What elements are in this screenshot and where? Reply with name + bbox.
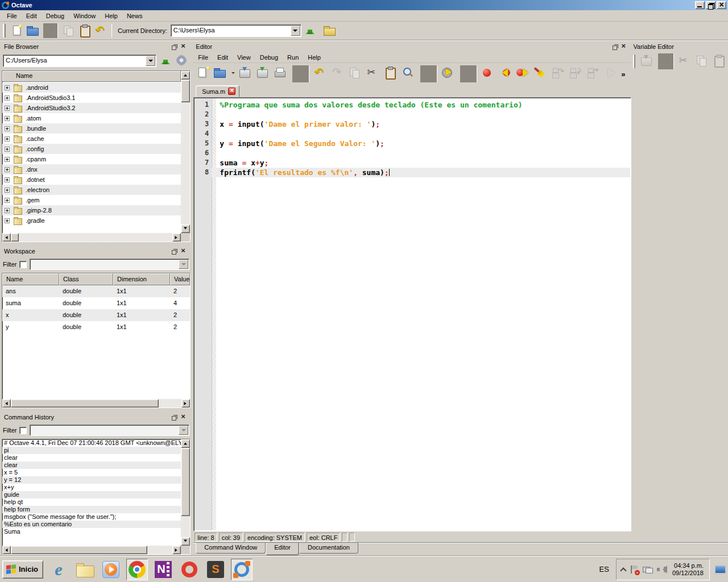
- menu-item[interactable]: Help: [100, 11, 122, 20]
- table-row[interactable]: ans double 1x1 2: [2, 285, 190, 297]
- tree-row[interactable]: .bundle: [2, 123, 181, 134]
- open-folder-icon[interactable]: [25, 23, 40, 38]
- toolbar-drag-handle[interactable]: [3, 24, 6, 38]
- redo-icon[interactable]: [330, 65, 347, 82]
- paste-icon[interactable]: [712, 53, 727, 69]
- tree-row[interactable]: .cache: [2, 134, 181, 144]
- combo-dropdown-icon[interactable]: [291, 26, 300, 36]
- octave-taskbar-icon[interactable]: [231, 559, 253, 580]
- code-editor[interactable]: 1%Programa que suma dos valores desde te…: [193, 97, 631, 531]
- close-icon[interactable]: [180, 43, 188, 51]
- history-vertical-scrollbar[interactable]: [181, 439, 190, 546]
- history-entry[interactable]: y = 12: [2, 476, 181, 484]
- code-line[interactable]: 8fprintf('El resultado es %f\n', suma);: [195, 168, 630, 177]
- continue-icon[interactable]: [603, 65, 621, 82]
- tree-row[interactable]: .cpanm: [2, 154, 181, 164]
- browse-directory-button[interactable]: [322, 23, 337, 38]
- history-entry[interactable]: clear: [2, 454, 181, 462]
- tree-row[interactable]: .gradle: [2, 215, 181, 226]
- file-explorer-icon[interactable]: [74, 559, 96, 580]
- restore-button[interactable]: [706, 1, 715, 9]
- code-line[interactable]: 2: [195, 110, 630, 119]
- history-entry[interactable]: clear: [2, 462, 181, 469]
- directory-up-button[interactable]: [303, 23, 317, 38]
- history-filter-combo[interactable]: [30, 425, 189, 436]
- history-entry[interactable]: Suma: [2, 528, 181, 535]
- editor-menu-item[interactable]: Help: [303, 53, 325, 62]
- tree-row[interactable]: .gem: [2, 195, 181, 205]
- menu-item[interactable]: News: [122, 11, 147, 20]
- run-script-icon[interactable]: [440, 65, 457, 82]
- history-entry[interactable]: x+y: [2, 484, 181, 491]
- tab-suma-m[interactable]: Suma.m: [196, 85, 239, 97]
- close-icon[interactable]: [180, 414, 188, 421]
- step-icon[interactable]: [551, 65, 568, 82]
- print-icon[interactable]: [272, 65, 289, 82]
- column-header-name[interactable]: Name: [2, 273, 59, 285]
- new-script-icon[interactable]: [9, 23, 24, 38]
- history-entry[interactable]: help form: [2, 506, 181, 513]
- copy-icon[interactable]: [348, 65, 365, 82]
- code-line[interactable]: 1%Programa que suma dos valores desde te…: [195, 100, 630, 110]
- browser-up-button[interactable]: [158, 53, 173, 68]
- media-player-icon[interactable]: [100, 559, 122, 580]
- undock-icon[interactable]: [171, 43, 179, 51]
- tree-column-header[interactable]: Name: [2, 71, 181, 82]
- code-line[interactable]: 5y = input('Dame el Segundo Valor: ');: [195, 139, 630, 148]
- expand-icon[interactable]: [5, 188, 10, 193]
- undock-icon[interactable]: [611, 43, 619, 51]
- column-header-value[interactable]: Value: [170, 273, 190, 285]
- toolbar-overflow-icon[interactable]: »: [621, 70, 630, 78]
- save-icon[interactable]: [237, 65, 254, 82]
- code-line[interactable]: 4: [195, 129, 630, 139]
- column-header-class[interactable]: Class: [59, 273, 113, 285]
- undock-icon[interactable]: [171, 414, 179, 421]
- tree-row[interactable]: .electron: [2, 185, 181, 195]
- column-header-dimension[interactable]: Dimension: [113, 273, 170, 285]
- toolbar-drag-handle[interactable]: [633, 55, 635, 68]
- expand-icon[interactable]: [5, 136, 10, 142]
- tree-row[interactable]: .gimp-2.8: [2, 205, 181, 215]
- tree-row[interactable]: .dotnet: [2, 174, 181, 185]
- combo-dropdown-icon[interactable]: [146, 56, 155, 66]
- paste-icon[interactable]: [383, 65, 400, 82]
- close-icon[interactable]: [621, 43, 629, 51]
- code-line[interactable]: 7suma = x+y;: [195, 158, 630, 168]
- copy-icon[interactable]: [694, 53, 710, 69]
- internet-explorer-icon[interactable]: e: [48, 559, 69, 580]
- menu-item[interactable]: File: [2, 11, 22, 20]
- browser-actions-gear-icon[interactable]: [175, 53, 189, 68]
- history-entry[interactable]: pi: [2, 447, 181, 454]
- tree-horizontal-scrollbar[interactable]: [2, 233, 181, 242]
- toggle-breakpoint-icon[interactable]: [480, 65, 497, 82]
- expand-icon[interactable]: [5, 106, 10, 111]
- workspace-filter-combo[interactable]: [30, 259, 189, 270]
- paste-icon[interactable]: [77, 23, 92, 38]
- expand-icon[interactable]: [5, 85, 10, 90]
- minimize-button[interactable]: [695, 1, 705, 9]
- open-dropdown-icon[interactable]: [230, 65, 237, 82]
- show-desktop-button[interactable]: [713, 564, 726, 575]
- sublime-icon[interactable]: S: [205, 559, 226, 580]
- history-entry[interactable]: %Esto es un comentario: [2, 521, 181, 528]
- onenote-icon[interactable]: N: [152, 559, 174, 580]
- language-indicator[interactable]: ES: [596, 565, 613, 573]
- tree-row[interactable]: .atom: [2, 113, 181, 123]
- remove-breakpoints-icon[interactable]: [533, 65, 550, 82]
- undock-icon[interactable]: [171, 248, 179, 255]
- workspace-horizontal-scrollbar[interactable]: [2, 399, 190, 408]
- clock[interactable]: 04:34 p.m. 09/12/2018: [671, 562, 705, 577]
- tab-close-icon[interactable]: [228, 88, 235, 95]
- previous-breakpoint-icon[interactable]: [498, 65, 515, 82]
- tree-row[interactable]: .AndroidStudio3.1: [2, 93, 181, 103]
- step-in-icon[interactable]: [568, 65, 585, 82]
- editor-menu-item[interactable]: Edit: [213, 53, 233, 62]
- menu-item[interactable]: Debug: [42, 11, 69, 20]
- history-horizontal-scrollbar[interactable]: [2, 546, 181, 554]
- close-icon[interactable]: [180, 248, 188, 255]
- find-icon[interactable]: [400, 65, 417, 82]
- save-icon[interactable]: [639, 53, 655, 69]
- table-row[interactable]: y double 1x1 2: [2, 321, 190, 333]
- code-line[interactable]: 3x = input('Dame el primer valor: ');: [195, 119, 630, 129]
- tree-row[interactable]: .AndroidStudio3.2: [2, 103, 181, 113]
